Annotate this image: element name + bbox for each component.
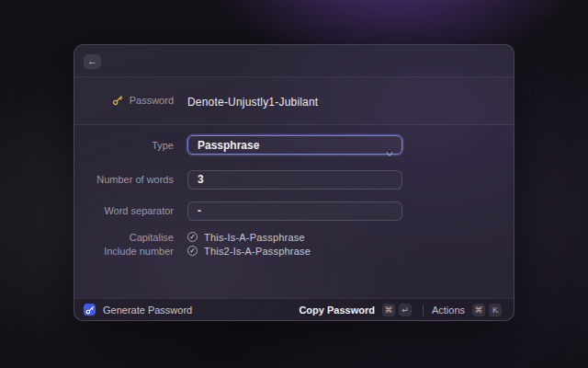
back-button[interactable]: ← (84, 54, 101, 69)
k-key-badge: K (489, 304, 502, 316)
type-select[interactable]: Passphrase (187, 135, 402, 155)
capitalise-label: Capitalise (74, 232, 174, 243)
back-arrow-icon: ← (87, 55, 97, 66)
word-separator-input[interactable] (187, 201, 402, 221)
copy-password-button[interactable]: Copy Password (299, 305, 375, 316)
capitalise-row: Capitalise ✓ This-Is-A-Passphrase (74, 231, 514, 243)
check-icon: ✓ (189, 233, 196, 241)
include-number-preview: This2-Is-A-Passphrase (204, 246, 311, 257)
generator-form: Type Passphrase Number of words Word sep… (74, 125, 514, 257)
capitalise-checkbox[interactable]: ✓ (187, 232, 198, 242)
password-generator-window: ← Password Denote-Unjustly1-Jubilant Typ… (74, 44, 514, 321)
footer-divider (423, 305, 424, 316)
password-field-label: Password (130, 95, 174, 106)
word-separator-row: Word separator (74, 201, 514, 220)
type-label: Type (74, 140, 174, 151)
number-of-words-input[interactable] (187, 170, 402, 190)
generate-password-label: Generate Password (103, 305, 192, 316)
generated-password-row: Password Denote-Unjustly1-Jubilant (74, 77, 514, 125)
chevron-down-icon (386, 144, 393, 160)
include-number-checkbox[interactable]: ✓ (187, 246, 198, 256)
enter-key-badge: ↵ (399, 304, 412, 316)
password-field-label-wrap: Password (74, 95, 174, 108)
check-icon: ✓ (189, 247, 196, 255)
capitalise-preview: This-Is-A-Passphrase (204, 232, 305, 243)
generate-password-icon (84, 304, 96, 316)
generated-password-value: Denote-Unjustly1-Jubilant (187, 96, 318, 109)
include-number-row: Include number ✓ This2-Is-A-Passphrase (74, 245, 514, 257)
word-separator-label: Word separator (74, 205, 174, 216)
action-bar: Generate Password Copy Password ⌘ ↵ Acti… (74, 298, 514, 320)
type-select-value: Passphrase (198, 139, 259, 152)
window-header: ← (74, 45, 514, 77)
actions-button[interactable]: Actions (432, 305, 465, 316)
key-icon (112, 95, 123, 106)
include-number-label: Include number (74, 246, 174, 257)
cmd-key-badge: ⌘ (472, 304, 485, 316)
number-of-words-label: Number of words (74, 174, 174, 185)
type-row: Type Passphrase (74, 135, 514, 155)
number-of-words-row: Number of words (74, 170, 514, 189)
cmd-key-badge: ⌘ (382, 304, 395, 316)
desktop-background: { "window": { "back_icon": "←", "header"… (0, 0, 588, 368)
